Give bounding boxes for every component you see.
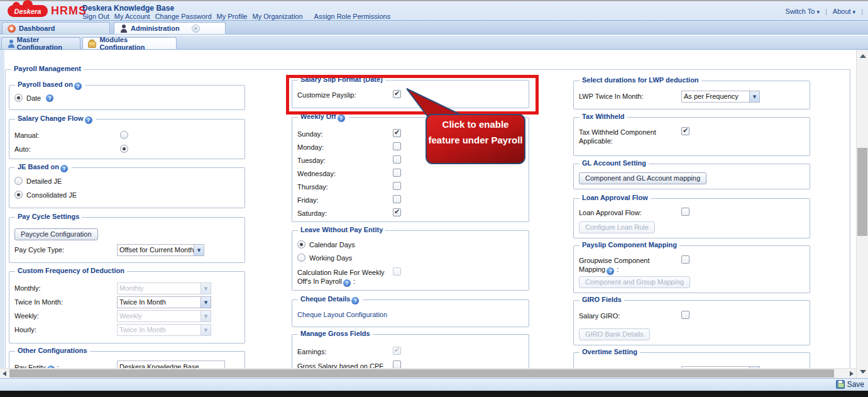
main-tab-bar: Dashboard Administration [0,20,868,35]
component-group-mapping-button: Component and Group Mapping [579,276,690,288]
org-title: Deskera Knowledge Base [82,4,174,13]
paycycle-configuration-button[interactable]: Paycycle Configuration [14,228,98,240]
calendar-days-radio[interactable] [297,240,305,249]
about-menu[interactable]: About [833,8,855,15]
lwp-twice-in-month-select[interactable]: As per Frequency [681,91,760,103]
pay-entity-input[interactable] [117,361,225,368]
app-header: Deskera HRMS Deskera Knowledge Base Sign… [0,0,868,20]
detailed-je-radio[interactable] [14,177,23,185]
wednesday-checkbox[interactable] [393,169,401,177]
chevron-down-icon[interactable] [194,244,204,256]
sub-tab-bar: Master Configuration Modules Configurati… [0,35,868,50]
separator: | [825,8,827,15]
chevron-down-icon [201,324,211,336]
save-button[interactable]: Save [836,380,864,389]
nav-my-organization[interactable]: My Organization [252,13,302,20]
loan-approval-flow-checkbox[interactable] [681,208,689,216]
salary-slip-format-fieldset: Salary Slip Format (Date) Customize Pays… [292,80,529,108]
cheque-layout-configuration-link[interactable]: Cheque Layout Configuration [297,311,387,318]
giro-fields-fieldset: GIRO Fields Salary GIRO: GIRO Bank Detai… [573,300,810,345]
content-left-margin [0,50,4,368]
tab-modules-configuration[interactable]: Modules Configuration [82,37,177,49]
cheque-details-fieldset: Cheque Details Cheque Layout Configurati… [292,299,529,327]
horizontal-scrollbar-thumb[interactable] [9,369,834,377]
sunday-checkbox[interactable] [393,129,401,137]
vertical-scrollbar[interactable] [856,50,868,378]
weekly-frequency-select: Weekly [117,310,211,322]
dashboard-icon [8,25,16,33]
header-nav: Sign Out My Account Change Password My P… [82,13,390,20]
groupwise-component-mapping-checkbox[interactable] [681,255,689,264]
hrms-logo-text: HRMS [51,4,87,18]
help-icon[interactable] [46,94,53,102]
help-icon[interactable] [607,267,614,275]
horizontal-scrollbar[interactable] [0,368,856,378]
separator: | [861,8,863,15]
chevron-down-icon [201,310,211,322]
monday-checkbox[interactable] [393,142,401,150]
loan-approval-flow-fieldset: Loan Approval Flow Loan Approval Flow: C… [573,198,810,238]
salary-change-flow-fieldset: Salary Change Flow Manual: Auto: [9,119,245,159]
hourly-frequency-select: Twice In Month [117,324,211,336]
help-icon[interactable] [60,165,68,172]
calc-rule-weekly-offs-checkbox[interactable] [393,267,401,276]
folder-icon [88,42,96,48]
nav-my-account[interactable]: My Account [114,13,150,20]
deskera-cloud-logo-icon: Deskera [8,5,48,17]
section-title: Payroll Management [11,65,84,72]
working-days-radio[interactable] [297,254,305,262]
help-icon[interactable] [85,116,92,124]
close-icon[interactable] [192,25,200,33]
custom-frequency-fieldset: Custom Frequency of Deduction Monthly: M… [9,271,245,344]
pay-cycle-type-select[interactable]: Offset for Current Month [117,244,204,256]
scroll-right-icon[interactable] [850,371,854,376]
thursday-checkbox[interactable] [393,182,401,190]
date-radio[interactable] [14,94,23,102]
pay-cycle-settings-fieldset: Pay Cycle Settings Paycycle Configuratio… [9,217,245,263]
scroll-down-icon[interactable] [860,370,866,374]
footer-bar: Save [0,378,868,391]
chevron-down-icon[interactable] [201,296,211,308]
help-icon[interactable] [343,279,351,287]
salary-giro-checkbox[interactable] [681,311,689,319]
help-icon[interactable] [74,82,82,90]
tuesday-checkbox[interactable] [393,155,401,164]
help-icon[interactable] [351,297,359,305]
configure-loan-rule-button: Configure Loan Rule [579,221,655,233]
scroll-up-icon[interactable] [860,54,866,58]
customize-payslip-checkbox[interactable] [393,90,401,98]
switch-to-menu[interactable]: Switch To [786,8,820,15]
consolidated-je-radio[interactable] [14,191,23,199]
saturday-checkbox[interactable] [393,208,401,216]
tab-dashboard[interactable]: Dashboard [2,22,110,34]
nav-assign-role-permissions[interactable]: Assign Role Permissions [314,13,391,20]
tab-administration[interactable]: Administration [114,22,226,34]
modules-configuration-panel: Payroll Management Payroll based on Date… [0,50,856,368]
tab-master-configuration[interactable]: Master Configuration [1,37,80,49]
window-bottom-edge [0,391,868,397]
component-gl-account-mapping-button[interactable]: Component and GL Account mapping [579,172,706,184]
chevron-down-icon[interactable] [749,91,760,103]
tax-withheld-checkbox[interactable] [681,127,689,135]
nav-change-password[interactable]: Change Password [155,13,212,20]
user-icon [119,25,128,33]
nav-my-profile[interactable]: My Profile [217,13,248,20]
app-window: Deskera HRMS Deskera Knowledge Base Sign… [0,0,868,397]
gross-salary-cpf-checkbox[interactable] [393,361,401,368]
manual-radio[interactable] [120,131,128,139]
header-right-links: Switch To | About | [786,8,863,15]
auto-radio[interactable] [120,145,128,153]
friday-checkbox[interactable] [393,195,401,203]
tax-withheld-fieldset: Tax Withheld Tax Withheld Component Appl… [573,117,810,156]
payroll-based-on-fieldset: Payroll based on Date [9,85,245,110]
nav-sign-out[interactable]: Sign Out [82,13,109,20]
vertical-scrollbar-thumb[interactable] [857,148,867,236]
deskera-hrms-logo: Deskera HRMS [8,4,87,18]
help-icon[interactable] [338,115,345,122]
scroll-left-icon[interactable] [3,371,6,376]
other-configurations-fieldset: Other Configurations Pay Entity: [9,351,245,368]
save-icon [836,380,845,389]
twice-in-month-select[interactable]: Twice In Month [117,296,211,308]
earnings-checkbox [393,347,401,355]
overtime-setting-fieldset: Overtime Setting Maximum Over Time Limit… [573,352,810,368]
